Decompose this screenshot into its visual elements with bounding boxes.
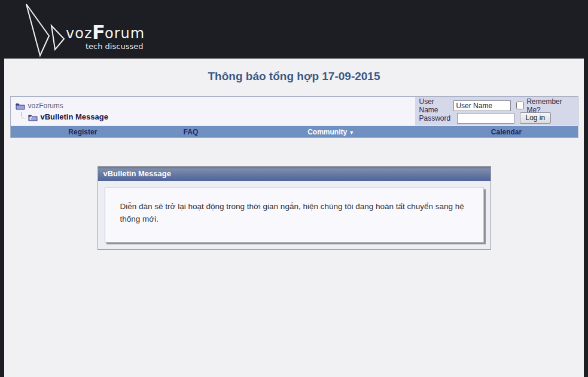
nav-item-calendar[interactable]: Calendar (435, 128, 578, 136)
navbar: Register FAQ Community▼ Calendar (11, 125, 578, 137)
logo-tagline: tech discussed (86, 42, 143, 51)
login-row-username: User Name Remember Me? (419, 99, 574, 112)
login-panel: User Name Remember Me? Password Log in (415, 97, 578, 125)
remember-me-checkbox[interactable] (516, 102, 524, 109)
vbulletin-message-box: vBulletin Message Diễn đàn sẽ trở lại ho… (98, 166, 491, 250)
message-text: Diễn đàn sẽ trở lại hoạt động trong thời… (105, 188, 484, 243)
site-header: voz F orums tech discussed (0, 0, 588, 59)
logo-text-f: F (92, 21, 105, 44)
breadcrumb-login-row: vozForums vBulletin Message U (11, 97, 578, 125)
logo-text-voz: voz (66, 25, 92, 42)
message-box-title: vBulletin Message (98, 167, 490, 181)
nav-item-register[interactable]: Register (11, 128, 156, 136)
main-column: vozForums vBulletin Message U (10, 96, 578, 250)
message-wrap: vBulletin Message Diễn đàn sẽ trở lại ho… (10, 166, 578, 250)
voz-logo[interactable]: voz F orums tech discussed (12, 2, 144, 58)
username-label: User Name (419, 97, 454, 114)
breadcrumb-link-home[interactable]: vozForums (28, 102, 63, 110)
voz-logo-icon: voz F orums tech discussed (12, 2, 144, 58)
chevron-down-icon: ▼ (349, 130, 354, 136)
logo-text-orums: orums (105, 25, 144, 42)
nav-item-community[interactable]: Community▼ (227, 128, 435, 136)
breadcrumb-current-row: vBulletin Message (21, 111, 410, 122)
breadcrumb: vozForums vBulletin Message (11, 97, 415, 125)
tree-connector-icon (21, 112, 26, 118)
page-title: Thông báo tổng hợp 17-09-2015 (4, 70, 584, 83)
folder-icon (16, 102, 25, 110)
nav-item-community-label: Community (307, 128, 347, 136)
login-button[interactable]: Log in (520, 112, 552, 124)
folder-arrow-icon (28, 113, 38, 121)
breadcrumb-root-row: vozForums (16, 100, 410, 111)
username-field[interactable] (453, 100, 511, 111)
message-box-body: Diễn đàn sẽ trở lại hoạt động trong thời… (98, 181, 490, 249)
login-row-password: Password Log in (419, 112, 574, 124)
breadcrumb-current: vBulletin Message (41, 112, 108, 121)
password-field[interactable] (457, 113, 514, 124)
nav-item-faq[interactable]: FAQ (155, 128, 226, 136)
password-label: Password (419, 114, 457, 122)
forum-header-table: vozForums vBulletin Message U (10, 96, 578, 138)
remember-me-label: Remember Me? (526, 97, 574, 114)
content-area: Thông báo tổng hợp 17-09-2015 vozForums (4, 59, 584, 377)
